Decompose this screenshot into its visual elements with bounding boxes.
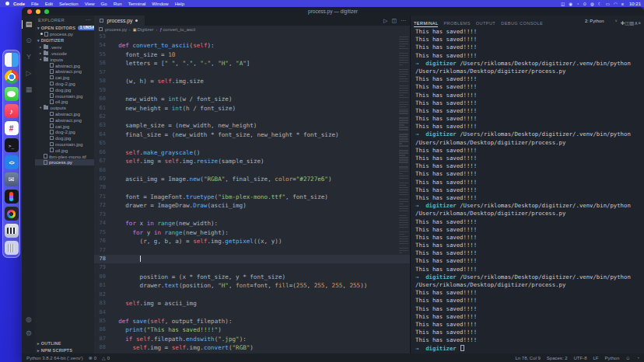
messages-icon[interactable] <box>5 87 19 101</box>
menu-item-file[interactable]: File <box>31 2 39 6</box>
code-line-76[interactable]: 76 (r, g, b, a) = self.img.getpixel((x, … <box>94 237 410 245</box>
moon-icon[interactable]: ☾ <box>598 2 602 6</box>
close-panel-icon[interactable]: × <box>638 20 641 26</box>
battery-icon[interactable]: ▭ <box>606 2 610 6</box>
code-line-83[interactable]: 83 self.img = ascii_img <box>94 299 410 308</box>
code-line-56[interactable]: 56 letters = [" ", ".", "-", "H", "A"] <box>94 59 410 68</box>
code-line-72[interactable]: 72 drawer = ImageDraw.Draw(ascii_img) <box>94 201 410 210</box>
modified-dot-icon[interactable] <box>135 19 138 22</box>
tree-item-dog-2.jpg[interactable]: dog-2.jpg <box>35 129 94 135</box>
tree-item-cat.jpg[interactable]: cat.jpg <box>35 75 94 81</box>
code-line-53[interactable]: 53 <box>94 33 410 41</box>
code-line-78[interactable]: 78 <box>94 255 410 263</box>
menu-item-code[interactable]: Code <box>13 2 25 6</box>
explorer-icon[interactable]: ▤ <box>22 20 35 29</box>
terminal-shell-selector[interactable]: 2: Python ∨ <box>585 19 618 23</box>
tree-item-abstract.jpg[interactable]: abstract.jpg <box>35 62 94 68</box>
language-mode[interactable]: Python <box>605 356 620 360</box>
section-outline[interactable]: ▸OUTLINE <box>35 339 94 346</box>
source-control-icon[interactable]: Y <box>22 53 35 61</box>
terminal-app-icon[interactable]: >_ <box>5 138 19 152</box>
finder-icon[interactable] <box>5 53 19 67</box>
tree-item-abstract.png[interactable]: abstract.png <box>35 68 94 75</box>
tree-item-mountain.jpg[interactable]: mountain.jpg <box>35 141 94 148</box>
media-app-icon[interactable] <box>5 207 19 221</box>
code-line-73[interactable]: 73 <box>94 211 410 219</box>
eol[interactable]: LF <box>593 356 599 360</box>
mail-icon[interactable]: ✉ <box>5 172 19 186</box>
encoding[interactable]: UTF-8 <box>574 356 587 360</box>
tree-item-.venv[interactable]: ▸.venv <box>35 44 94 50</box>
code-line-61[interactable]: 61 new_height = int(h / font_size) <box>94 104 410 113</box>
slack-icon[interactable]: # <box>5 121 19 135</box>
run-python-icon[interactable]: ▷ <box>383 18 387 24</box>
indentation[interactable]: Spaces: 2 <box>547 356 568 360</box>
account-icon[interactable]: ◍ <box>25 315 32 324</box>
tree-item-oil.jpg[interactable]: oil.jpg <box>35 147 94 153</box>
code-line-74[interactable]: 74 for x in range(new_width): <box>94 219 410 228</box>
breadcrumb-item-Digitizer[interactable]: ▣ Digitizer <box>133 27 154 32</box>
code-line-77[interactable]: 77 <box>94 246 410 255</box>
tree-item-.vscode[interactable]: ▸.vscode <box>35 50 94 57</box>
terminal-output[interactable]: This has saved!!!!This has saved!!!!This… <box>411 26 644 353</box>
code-line-85[interactable]: 85 def save(self, output_filepath): <box>94 317 410 325</box>
code-line-64[interactable]: 64 final_size = (new_width * font_size, … <box>94 131 410 139</box>
trash-icon[interactable] <box>5 241 19 255</box>
workspace-root-section[interactable]: ▾ DIGITIZER <box>35 37 94 44</box>
tree-item-inputs[interactable]: ▾inputs <box>35 56 94 62</box>
settings-gear-icon[interactable]: ⚙ <box>25 329 32 338</box>
breadcrumb-item-convert_to_ascii[interactable]: ƒ convert_to_ascii <box>159 27 195 32</box>
music-icon[interactable]: ♪ <box>5 104 19 118</box>
code-editor[interactable]: 5354 def convert_to_ascii(self):55 font_… <box>94 33 410 353</box>
menu-item-selection[interactable]: Selection <box>59 2 79 6</box>
minimap[interactable] <box>399 34 409 353</box>
tree-item-abstract.png[interactable]: abstract.png <box>35 117 94 123</box>
menu-item-help[interactable]: Help <box>175 2 184 6</box>
code-line-60[interactable]: 60 new_width = int(w / font_size) <box>94 95 410 103</box>
code-line-59[interactable]: 59 <box>94 86 410 95</box>
window-titlebar[interactable]: process.py — digitizer <box>22 7 644 16</box>
python-interpreter[interactable]: Python 3.8.2 64-bit ('.venv') <box>26 356 83 360</box>
menu-item-window[interactable]: Window <box>152 2 168 6</box>
code-line-62[interactable]: 62 <box>94 113 410 121</box>
menu-item-terminal[interactable]: Terminal <box>128 2 146 6</box>
breadcrumb-item-process.py[interactable]: process.py <box>99 27 127 32</box>
cursor-position[interactable]: Ln 78, Col 9 <box>515 356 540 360</box>
menubar-clock[interactable]: 10:21 <box>629 2 641 6</box>
open-editor-item[interactable]: process.py <box>35 31 94 37</box>
code-line-55[interactable]: 55 font_size = 10 <box>94 50 410 59</box>
tree-item-mountain.jpg[interactable]: mountain.jpg <box>35 92 94 99</box>
user-icon[interactable]: ◍ <box>590 2 594 6</box>
code-line-71[interactable]: 71 font = ImageFont.truetype("ibm-plex-m… <box>94 193 410 201</box>
code-line-67[interactable]: 67 self.img = self.img.resize(sample_siz… <box>94 157 410 165</box>
tree-item-dog-2.jpg[interactable]: dog-2.jpg <box>35 81 94 87</box>
menu-item-run[interactable]: Run <box>114 2 122 6</box>
tree-item-process.py[interactable]: process.py <box>35 159 94 165</box>
display-icon[interactable]: ◫ <box>561 2 565 6</box>
code-line-87[interactable]: 87 if self.filepath.endswith(".jpg"): <box>94 335 410 343</box>
code-line-79[interactable]: 79 <box>94 263 410 272</box>
code-line-69[interactable]: 69 ascii_img = Image.new("RGBA", final_s… <box>94 175 410 183</box>
code-line-66[interactable]: 66 self.make_grayscale() <box>94 148 410 157</box>
notifications-icon[interactable]: ◔ <box>636 356 639 360</box>
code-line-81[interactable]: 81 drawer.text(position, "H", font=font,… <box>94 281 410 290</box>
tree-item-oil.jpg[interactable]: oil.jpg <box>35 99 94 105</box>
tree-item-dog.jpg[interactable]: dog.jpg <box>35 135 94 141</box>
app-icon[interactable]: ◉ <box>569 2 572 6</box>
split-editor-icon[interactable]: ◫ <box>391 18 397 24</box>
control-center-icon[interactable]: ≡ <box>621 2 624 6</box>
open-editors-section[interactable]: ▾ OPEN EDITORS 1 UNSAVED <box>35 24 94 31</box>
menu-item-view[interactable]: View <box>85 2 95 6</box>
feedback-icon[interactable]: ☺ <box>625 356 630 360</box>
section-npm-scripts[interactable]: ▸NPM SCRIPTS <box>35 346 94 353</box>
tree-item-dog.jpg[interactable]: dog.jpg <box>35 86 94 92</box>
warnings[interactable]: △ 0 <box>102 355 110 360</box>
tree-item-ibm-plex-mono.ttf[interactable]: ibm-plex-mono.ttf <box>35 153 94 159</box>
more-actions-icon[interactable]: ⋯ <box>401 18 406 24</box>
wifi-icon[interactable]: ◠ <box>614 2 618 6</box>
code-line-63[interactable]: 63 sample_size = (new_width, new_height) <box>94 121 410 130</box>
figma-icon[interactable] <box>5 190 19 204</box>
tab-process-py[interactable]: process.py <box>94 16 145 26</box>
explorer-more-actions-icon[interactable]: ⋯ <box>86 17 91 23</box>
code-line-88[interactable]: 88 self.img = self.img.convert("RGB") <box>94 343 410 352</box>
